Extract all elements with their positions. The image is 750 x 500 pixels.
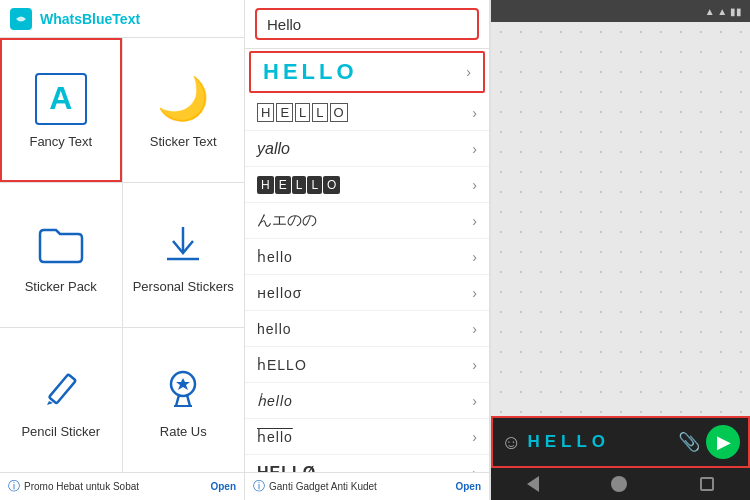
personal-stickers-icon-area bbox=[156, 217, 210, 271]
emoji-button[interactable]: ☺ bbox=[501, 431, 521, 454]
left-ad-open-btn[interactable]: Open bbox=[210, 481, 236, 492]
left-ad-text: Promo Hebat untuk Sobat bbox=[24, 481, 139, 492]
rate-us-icon-area bbox=[156, 362, 210, 416]
style-item-special[interactable]: HELLØ › bbox=[245, 455, 489, 472]
attach-button[interactable]: 📎 bbox=[678, 431, 700, 453]
rate-us-label: Rate Us bbox=[160, 424, 207, 439]
style-text-italic: ḣello bbox=[257, 393, 293, 409]
style-text-dots1: ḣello bbox=[257, 249, 293, 265]
phone-text-display: HELLO bbox=[527, 432, 672, 452]
chevron-icon-dots1: › bbox=[472, 249, 477, 265]
style-item-boxed[interactable]: HELLO › bbox=[245, 95, 489, 131]
chevron-icon-special: › bbox=[472, 465, 477, 473]
home-button[interactable] bbox=[611, 476, 627, 492]
grid-item-fancy-text[interactable]: A Fancy Text bbox=[0, 38, 122, 182]
chevron-icon-script: › bbox=[472, 141, 477, 157]
personal-stickers-label: Personal Stickers bbox=[133, 279, 234, 294]
send-icon: ▶ bbox=[717, 431, 731, 453]
fancy-text-icon: A bbox=[35, 73, 87, 125]
pencil-icon bbox=[41, 369, 81, 409]
sticker-pack-icon-area bbox=[34, 217, 88, 271]
style-item-fancy[interactable]: HELLO › bbox=[249, 51, 485, 93]
style-text-special: HELLØ bbox=[257, 464, 316, 473]
phone-status-bar: ▲ ▲ ▮▮ bbox=[491, 0, 750, 22]
style-item-dark-boxed[interactable]: HELLO › bbox=[245, 167, 489, 203]
grid-item-sticker-text[interactable]: 🌙 Sticker Text bbox=[123, 38, 245, 182]
chevron-icon-dark-boxed: › bbox=[472, 177, 477, 193]
middle-panel: HELLO › HELLO › yallo › HELLO › んエのの › bbox=[245, 0, 490, 500]
mid-ad-open-btn[interactable]: Open bbox=[455, 481, 481, 492]
chevron-icon-plain: › bbox=[472, 321, 477, 337]
style-item-dots1[interactable]: ḣello › bbox=[245, 239, 489, 275]
app-header: WhatsBlueText bbox=[0, 0, 244, 38]
chevron-icon-line: › bbox=[472, 429, 477, 445]
style-item-caps-dots[interactable]: ḣELLO › bbox=[245, 347, 489, 383]
pencil-sticker-icon-area bbox=[34, 362, 88, 416]
chevron-icon-boxed: › bbox=[472, 105, 477, 121]
sticker-pack-label: Sticker Pack bbox=[25, 279, 97, 294]
style-item-script[interactable]: yallo › bbox=[245, 131, 489, 167]
style-item-italic[interactable]: ḣello › bbox=[245, 383, 489, 419]
style-text-wave: ʜelloσ bbox=[257, 285, 302, 301]
style-text-fancy: HELLO bbox=[263, 59, 358, 85]
chevron-icon-wave: › bbox=[472, 285, 477, 301]
chevron-icon-japanese: › bbox=[472, 213, 477, 229]
style-text-dark-boxed: HELLO bbox=[257, 176, 340, 194]
app-logo bbox=[10, 8, 32, 30]
svg-marker-6 bbox=[176, 378, 190, 390]
style-text-boxed: HELLO bbox=[257, 103, 348, 122]
grid-container: A Fancy Text 🌙 Sticker Text Sticker Pack bbox=[0, 38, 244, 472]
svg-marker-4 bbox=[47, 401, 53, 405]
style-text-japanese: んエのの bbox=[257, 211, 317, 230]
mid-ad-text: Ganti Gadget Anti Kudet bbox=[269, 481, 377, 492]
style-item-plain[interactable]: hello › bbox=[245, 311, 489, 347]
mid-ad-info-icon: ⓘ bbox=[253, 478, 265, 495]
sticker-text-icon-area: 🌙 bbox=[156, 72, 210, 126]
right-panel: ▲ ▲ ▮▮ ☺ HELLO 📎 ▶ bbox=[490, 0, 750, 500]
grid-item-pencil-sticker[interactable]: Pencil Sticker bbox=[0, 328, 122, 472]
phone-chat-area bbox=[491, 22, 750, 416]
phone-nav-bar bbox=[491, 468, 750, 500]
svg-rect-3 bbox=[49, 374, 76, 403]
grid-item-rate-us[interactable]: Rate Us bbox=[123, 328, 245, 472]
style-text-plain: hello bbox=[257, 321, 292, 337]
left-panel: WhatsBlueText A Fancy Text 🌙 Sticker Tex… bbox=[0, 0, 245, 500]
left-ad-info-icon: ⓘ bbox=[8, 478, 20, 495]
fancy-text-icon-area: A bbox=[34, 72, 88, 126]
send-button[interactable]: ▶ bbox=[706, 425, 740, 459]
svg-line-8 bbox=[187, 395, 190, 406]
download-icon bbox=[163, 223, 203, 265]
left-ad-bar: ⓘ Promo Hebat untuk Sobat Open bbox=[0, 472, 244, 500]
pencil-sticker-label: Pencil Sticker bbox=[21, 424, 100, 439]
award-icon bbox=[162, 368, 204, 410]
back-button[interactable] bbox=[527, 476, 539, 492]
app-title: WhatsBlueText bbox=[40, 11, 140, 27]
recent-button[interactable] bbox=[700, 477, 714, 491]
chevron-icon-italic: › bbox=[472, 393, 477, 409]
style-item-line[interactable]: ḣello › bbox=[245, 419, 489, 455]
fancy-text-label: Fancy Text bbox=[29, 134, 92, 149]
chevron-icon-fancy: › bbox=[466, 64, 471, 80]
style-list: HELLO › HELLO › yallo › HELLO › んエのの › bbox=[245, 49, 489, 472]
grid-item-sticker-pack[interactable]: Sticker Pack bbox=[0, 183, 122, 327]
folder-icon bbox=[38, 224, 84, 264]
search-input[interactable] bbox=[255, 8, 479, 40]
phone-bottom-bar[interactable]: ☺ HELLO 📎 ▶ bbox=[491, 416, 750, 468]
sticker-text-label: Sticker Text bbox=[150, 134, 217, 149]
svg-line-7 bbox=[176, 395, 179, 406]
style-item-japanese[interactable]: んエのの › bbox=[245, 203, 489, 239]
style-item-wave[interactable]: ʜelloσ › bbox=[245, 275, 489, 311]
search-bar bbox=[245, 0, 489, 49]
status-icons: ▲ ▲ ▮▮ bbox=[705, 6, 742, 17]
mid-ad-bar: ⓘ Ganti Gadget Anti Kudet Open bbox=[245, 472, 489, 500]
sticker-text-icon: 🌙 bbox=[157, 78, 209, 120]
chevron-icon-caps-dots: › bbox=[472, 357, 477, 373]
style-text-script: yallo bbox=[257, 140, 290, 158]
style-text-caps-dots: ḣELLO bbox=[257, 357, 307, 373]
grid-item-personal-stickers[interactable]: Personal Stickers bbox=[123, 183, 245, 327]
style-text-line: ḣello bbox=[257, 429, 293, 445]
